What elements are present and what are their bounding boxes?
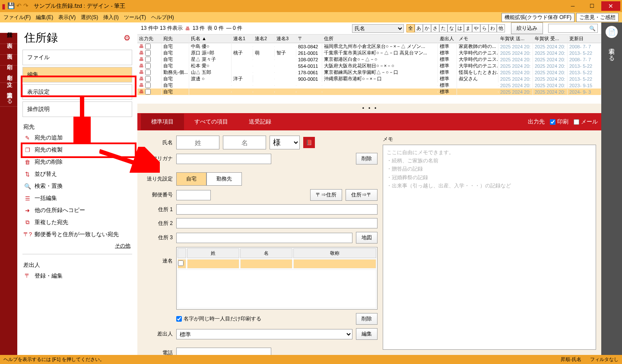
hdr-sender[interactable]: 差出人: [438, 35, 457, 42]
sakujo-btn[interactable]: 削除: [356, 153, 378, 165]
tab-jushoroku[interactable]: 住所録: [0, 22, 17, 33]
denwa-input[interactable]: [176, 348, 271, 355]
hdr-ny2[interactable]: 年賀状 受...: [533, 35, 568, 42]
hdr-ren3[interactable]: 連名3: [275, 35, 296, 42]
minimize-button[interactable]: ─: [563, 1, 582, 11]
hdr-addr[interactable]: 住所: [322, 35, 438, 42]
undo-icon[interactable]: ↶: [16, 2, 22, 10]
tab-insatsu-chumon[interactable]: 印刷を注文: [0, 66, 17, 83]
table-row[interactable]: 🖶 勤務先-個...山△ 五郎178-0061東京都練馬区大泉学園町△－○－口標…: [137, 69, 601, 76]
touroku-item[interactable]: 〒 登録・編集: [22, 270, 132, 282]
yuubin-input[interactable]: [176, 190, 211, 200]
table-row[interactable]: 🖶 自宅星△ 菜々子108-0072東京都港区白金○－△－○標準大学時代のテニス…: [137, 56, 601, 63]
table-row[interactable]: 🖶 自宅松本 愛○554-0011大阪府大阪市此花区朝日○－×－○標準大学時代の…: [137, 63, 601, 69]
moji-doji-checkbox[interactable]: 名字が同じ時一人目だけ印刷する: [176, 315, 261, 323]
helper-tab[interactable]: 📄 表示する: [601, 22, 622, 355]
mei-input[interactable]: [223, 136, 266, 149]
sidebar-file-btn[interactable]: ファイル: [22, 50, 132, 65]
addr2-input[interactable]: [176, 218, 378, 228]
redo-icon[interactable]: ↷: [23, 2, 29, 10]
chizu-btn[interactable]: 地図: [356, 232, 378, 244]
shiborikomi-btn[interactable]: 絞り込み: [511, 22, 543, 34]
addr-to-zip-btn[interactable]: 住所⇒〒: [346, 189, 378, 201]
tab-tsuika-kounyu[interactable]: 追加購入する: [0, 83, 17, 107]
data-grid[interactable]: 出力先 宛先 氏名 ▲ 連名1 連名2 連名3 〒 住所 差出人 メモ 年賀状 …: [137, 35, 601, 104]
search-input[interactable]: [549, 24, 587, 32]
table-row[interactable]: 🖶 自宅標準2025 2024 20:2025 2024 20:2023- 9-…: [137, 82, 601, 89]
goiken-button[interactable]: ご意見・ご感想: [576, 13, 619, 22]
sei-input[interactable]: [176, 136, 219, 149]
addr1-input[interactable]: [176, 204, 378, 215]
tab-omote[interactable]: 表面: [0, 33, 17, 44]
kensaku-item[interactable]: 🔍 検索・置換: [22, 180, 132, 192]
table-row[interactable]: 🖶 自宅原口 源○郎桃子萌智子261-0001千葉県千葉市美浜区幸町○－△－口 …: [137, 50, 601, 56]
menu-select[interactable]: 選択(S): [81, 14, 98, 21]
keisho-select[interactable]: 様: [270, 136, 300, 149]
hdr-upd[interactable]: 更新日: [568, 35, 601, 42]
furigana-input[interactable]: [176, 154, 271, 164]
sidebar-edit-btn[interactable]: 編集: [22, 67, 132, 82]
kana-all[interactable]: 全: [406, 24, 415, 32]
hdr-dest[interactable]: 宛先: [162, 35, 189, 42]
save-icon[interactable]: 💾: [7, 2, 15, 10]
close-button[interactable]: ✕: [601, 1, 620, 11]
jitaku-toggle[interactable]: 自宅: [176, 172, 206, 186]
kana-other[interactable]: 他: [497, 24, 505, 32]
memo-textarea[interactable]: ここに自由にメモできます。 ・続柄、ご家族の名前 ・贈答品の記録 ・冠婚葬祭の記…: [383, 145, 596, 350]
hdr-memo[interactable]: メモ: [457, 35, 498, 42]
tab-ura[interactable]: 裏面: [0, 44, 17, 55]
menu-tool[interactable]: ツール(T): [124, 14, 146, 21]
menu-edit[interactable]: 編集(E): [36, 14, 53, 21]
kana-ka[interactable]: か: [423, 24, 431, 32]
sidebar-sousa-btn[interactable]: 操作説明: [22, 101, 132, 117]
renmei-row-check[interactable]: [178, 260, 184, 266]
yuubin-fuicchi-item[interactable]: 〒? 郵便番号と住所が一致しない宛先: [22, 228, 132, 241]
addressbook-icon[interactable]: 📕: [303, 137, 315, 148]
tab-standard[interactable]: 標準項目: [141, 114, 184, 130]
kana-na[interactable]: な: [447, 24, 456, 32]
tab-insatsu[interactable]: 印刷: [0, 55, 17, 66]
kana-a[interactable]: あ: [415, 24, 423, 32]
kana-ma[interactable]: ま: [464, 24, 472, 32]
juufuku-item[interactable]: ⧉ 重複した宛先: [22, 216, 132, 228]
kakucho-button[interactable]: 機能拡張(クラウド保存 OFF): [501, 13, 574, 22]
narabikae-item[interactable]: ⇅ 並び替え: [22, 168, 132, 180]
renmei-table[interactable]: 姓名敬称: [176, 247, 378, 310]
maximize-button[interactable]: ☐: [582, 1, 601, 11]
ikkatsu-item[interactable]: ☰ 一括編集: [22, 192, 132, 204]
atesaki-add-item[interactable]: ✎ 宛先の追加: [22, 132, 132, 144]
sonota-link[interactable]: その他: [22, 241, 132, 251]
tab-all[interactable]: すべての項目: [184, 114, 238, 130]
hdr-zip[interactable]: 〒: [296, 35, 322, 42]
table-row[interactable]: 🖶 自宅標準2025 2024 20:2025 2024 20:2024- 9-…: [137, 89, 601, 95]
kana-ya[interactable]: や: [472, 24, 480, 32]
hdr-ren2[interactable]: 連名2: [253, 35, 275, 42]
atesaki-del-item[interactable]: 🗑 宛先の削除: [22, 156, 132, 168]
menu-help[interactable]: ヘルプ(H): [151, 14, 174, 21]
renmei-sakujo-btn[interactable]: 削除: [356, 313, 378, 325]
table-row[interactable]: 🖶 自宅渡邊 ○洋子900-0001沖縄県那覇市港町○－×－口標準叔父さん202…: [137, 76, 601, 82]
tab-soju[interactable]: 送受記録: [238, 114, 282, 130]
hdr-ren1[interactable]: 連名1: [232, 35, 253, 42]
hdr-out[interactable]: 出力先: [137, 35, 162, 42]
hoka-copy-item[interactable]: ➜ 他の住所録へコピー: [22, 204, 132, 216]
gear-icon[interactable]: ⚙: [124, 33, 130, 43]
sidebar-display-btn[interactable]: 表示設定: [22, 84, 132, 100]
table-row[interactable]: 🖶 自宅中島 優○803-0842福岡県北九州市小倉北区泉台○－×－△ メゾン.…: [137, 43, 601, 50]
search-icon-btn[interactable]: 🔍: [587, 25, 597, 32]
kana-wa[interactable]: わ: [489, 24, 497, 32]
addr3-input[interactable]: [176, 233, 352, 243]
henshuu-btn[interactable]: 編集: [356, 328, 378, 340]
zip-to-addr-btn[interactable]: 〒⇒住所: [310, 189, 342, 201]
kinmusaki-toggle[interactable]: 勤務先: [206, 172, 242, 186]
search-field-select[interactable]: 氏名: [352, 24, 404, 33]
kana-ra[interactable]: ら: [480, 24, 489, 32]
menu-file[interactable]: ファイル(F): [3, 14, 31, 21]
mail-checkbox[interactable]: メール: [574, 118, 598, 126]
kana-ta[interactable]: た: [439, 24, 447, 32]
atesaki-copy-item[interactable]: ❐ 宛先の複製: [22, 144, 132, 156]
insatsu-checkbox[interactable]: 印刷: [550, 118, 568, 126]
menu-insert[interactable]: 挿入(I): [103, 14, 118, 21]
kana-ha[interactable]: は: [456, 24, 464, 32]
hdr-ny1[interactable]: 年賀状 送...: [498, 35, 533, 42]
